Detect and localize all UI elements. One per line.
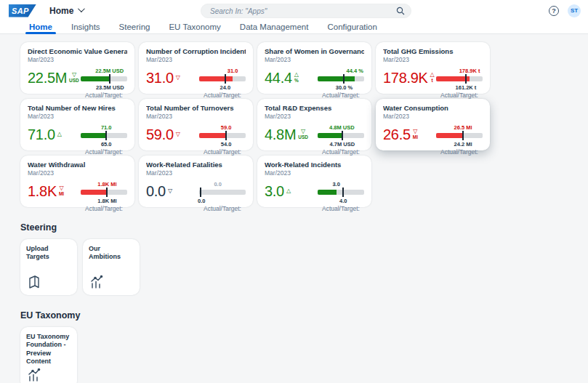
- avatar[interactable]: ST: [568, 4, 581, 17]
- tab-configuration[interactable]: Configuration: [327, 23, 376, 33]
- kpi-tile-total-number-of-turnovers[interactable]: Total Number of TurnoversMar/202359.0▽59…: [139, 99, 253, 150]
- sap-logo[interactable]: SAP: [9, 4, 36, 17]
- documents-icon: [27, 275, 41, 289]
- chart-actual-label: 22.5M USD: [95, 68, 124, 74]
- kpi-tile-grid: Direct Economic Value GeneratedMar/20232…: [20, 42, 588, 207]
- kpi-title: Direct Economic Value Generated: [28, 47, 127, 55]
- chart-target-tick: [342, 131, 343, 140]
- kpi-body: 3.0△3.04.0Actual/Target:: [265, 181, 364, 214]
- app-tile-upload-targets[interactable]: Upload Targets: [20, 239, 77, 295]
- chart-fill: [81, 133, 106, 138]
- chart-target-label: 4.7M USD: [330, 141, 355, 148]
- kpi-subtitle: Mar/2023: [383, 56, 483, 63]
- chart-target-label: 1.8K Ml: [97, 198, 116, 204]
- chart-target-tick: [342, 188, 344, 197]
- search-icon[interactable]: [396, 7, 405, 15]
- launchpad-page: SAP Home ? ST HomeInsightsSteeringEU Tax…: [0, 0, 588, 383]
- bullet-chart: 59.054.0Actual/Target:: [199, 124, 246, 158]
- kpi-title: Total GHG Emissions: [383, 47, 483, 55]
- kpi-title: Water Withdrawal: [28, 161, 127, 169]
- kpi-body: 31.0▽31.024.0Actual/Target:: [146, 68, 246, 101]
- trend-down-icon: ▽: [59, 185, 63, 191]
- chart-growth-icon: [27, 368, 41, 382]
- kpi-title: Water Consumption: [383, 104, 483, 112]
- chart-fill: [318, 190, 337, 195]
- chart-actual-label: 4.8M USD: [329, 124, 355, 131]
- kpi-tile-total-r-d-expenses[interactable]: Total R&D ExpensesMar/20234.8M▽USD4.8M U…: [257, 99, 371, 150]
- kpi-body: 44.4△%44.4 %30.0 %Actual/Target:: [265, 68, 364, 101]
- chart-track: [199, 76, 246, 81]
- kpi-subtitle: Mar/2023: [28, 113, 127, 120]
- kpi-body: 4.8M▽USD4.8M USD4.7M USDActual/Target:: [265, 124, 364, 158]
- kpi-body: 22.5M▽USD22.5M USD23.5M USDActual/Target…: [28, 68, 127, 101]
- trend-up-icon: △: [57, 132, 62, 137]
- chart-footer-label: Actual/Target:: [318, 92, 364, 99]
- chart-actual-label: 59.0: [221, 124, 232, 131]
- app-tile-our-ambitions[interactable]: Our Ambitions: [83, 239, 140, 295]
- kpi-tile-total-number-of-new-hires[interactable]: Total Number of New HiresMar/202371.0△71…: [20, 99, 134, 150]
- kpi-indicator: ▽Ml: [413, 129, 418, 140]
- search-input[interactable]: [210, 7, 396, 15]
- chart-actual-label: 71.0: [101, 124, 112, 131]
- kpi-tile-number-of-corruption-incidents[interactable]: Number of Corruption IncidentsMar/202331…: [139, 42, 253, 94]
- tab-data-management[interactable]: Data Management: [240, 23, 309, 33]
- kpi-tile-total-ghg-emissions[interactable]: Total GHG EmissionsMar/2023178.9K△t178.9…: [376, 42, 490, 94]
- kpi-title: Total Number of New Hires: [28, 104, 127, 112]
- tab-insights[interactable]: Insights: [71, 23, 100, 33]
- kpi-unit: Ml: [59, 192, 64, 197]
- kpi-value-row: 178.9K△t: [383, 70, 435, 85]
- kpi-value-row: 59.0▽: [146, 127, 180, 142]
- kpi-title: Total Number of Turnovers: [146, 104, 246, 112]
- app-tile-eu-taxonomy-foundation-preview-content[interactable]: EU Taxonomy Foundation - Preview Content: [20, 327, 77, 383]
- tab-eu-taxonomy[interactable]: EU Taxonomy: [169, 23, 220, 33]
- chart-fill: [81, 76, 110, 81]
- chart-actual-label: 31.0: [227, 68, 238, 74]
- kpi-value: 4.8M: [265, 127, 296, 142]
- chart-track: [81, 190, 127, 195]
- chart-footer-label: Actual/Target:: [436, 148, 483, 156]
- kpi-indicator: △%: [294, 72, 299, 84]
- shell-title-menu[interactable]: Home: [49, 6, 83, 16]
- help-icon[interactable]: ?: [549, 6, 559, 16]
- chart-target-tick: [200, 188, 201, 197]
- section-title-steering: Steering: [20, 222, 588, 233]
- kpi-indicator: ▽: [168, 188, 172, 194]
- chart-actual-label: 178.9K t: [459, 68, 480, 74]
- chart-target-label: 4.0: [339, 198, 347, 204]
- chart-fill: [199, 133, 225, 138]
- kpi-title: Work-Related Fatalities: [146, 161, 246, 169]
- chart-fill: [81, 190, 107, 195]
- chart-target-tick: [106, 188, 108, 197]
- kpi-indicator: △: [57, 132, 62, 137]
- kpi-value: 71.0: [28, 127, 55, 142]
- chart-target-label: 65.0: [101, 141, 112, 148]
- kpi-subtitle: Mar/2023: [146, 113, 246, 120]
- chart-target-tick: [225, 74, 226, 84]
- kpi-value: 22.5M: [28, 70, 67, 85]
- search-bar[interactable]: [201, 4, 411, 18]
- kpi-indicator: ▽USD: [298, 129, 308, 140]
- kpi-tile-work-related-incidents[interactable]: Work-Related IncidentsMar/20233.0△3.04.0…: [257, 156, 371, 207]
- chart-fill: [199, 76, 233, 81]
- kpi-tile-water-consumption[interactable]: Water ConsumptionMar/202326.5▽Ml26.5 Ml2…: [376, 99, 490, 150]
- kpi-tile-work-related-fatalities[interactable]: Work-Related FatalitiesMar/20230.0▽0.00.…: [139, 156, 253, 207]
- tab-home[interactable]: Home: [29, 23, 52, 33]
- tab-steering[interactable]: Steering: [119, 23, 150, 33]
- trend-down-icon: ▽: [176, 132, 180, 137]
- kpi-indicator: ▽: [176, 75, 180, 81]
- bullet-chart: 31.024.0Actual/Target:: [199, 68, 246, 101]
- kpi-tile-direct-economic-value-generated[interactable]: Direct Economic Value GeneratedMar/20232…: [20, 42, 134, 94]
- chart-target-label: 24.0: [220, 84, 231, 91]
- kpi-subtitle: Mar/2023: [265, 56, 364, 63]
- kpi-tile-share-of-women-in-governance-body[interactable]: Share of Women in Governance BodyMar/202…: [257, 42, 371, 94]
- chart-footer-label: Actual/Target:: [318, 205, 364, 212]
- chart-track: [318, 133, 364, 138]
- eu-taxonomy-tile-row: EU Taxonomy Foundation - Preview Content: [20, 327, 588, 383]
- chart-target-label: 161.2K t: [456, 84, 477, 91]
- app-tile-label: Upload Targets: [26, 245, 71, 262]
- chart-footer-label: Actual/Target:: [199, 148, 246, 156]
- kpi-tile-water-withdrawal[interactable]: Water WithdrawalMar/20231.8K▽Ml1.8K Ml1.…: [20, 156, 134, 207]
- steering-tile-row: Upload TargetsOur Ambitions: [20, 239, 588, 295]
- kpi-title: Share of Women in Governance Body: [265, 47, 364, 55]
- kpi-value: 178.9K: [383, 70, 428, 85]
